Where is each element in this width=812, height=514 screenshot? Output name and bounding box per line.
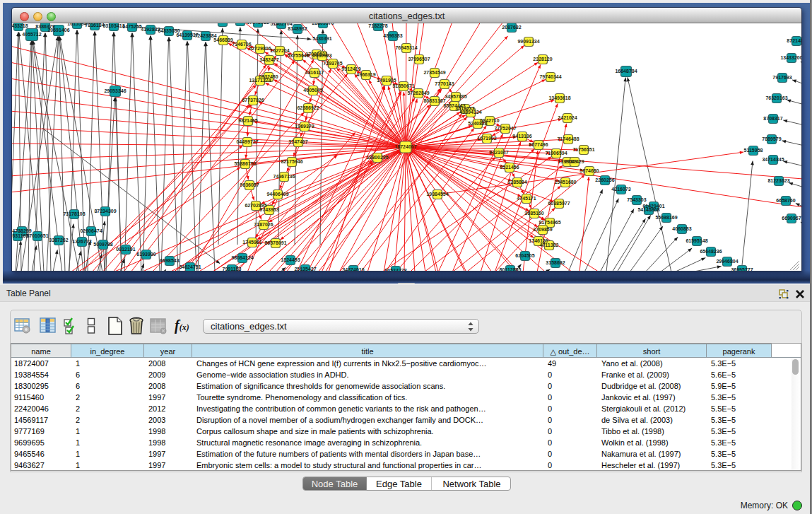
svg-text:6658760: 6658760 [776,198,795,203]
svg-text:7770143: 7770143 [435,81,454,86]
svg-text:67737826: 67737826 [242,98,264,103]
svg-text:71746488: 71746488 [557,136,579,141]
svg-text:61595148: 61595148 [686,238,707,243]
svg-text:7816184: 7816184 [85,23,104,28]
svg-text:76945314: 76945314 [395,45,417,50]
svg-text:81223623: 81223623 [767,178,789,183]
svg-text:80831367: 80831367 [423,98,445,103]
svg-text:74367136: 74367136 [273,174,295,179]
svg-text:65648236: 65648236 [700,249,722,254]
svg-text:0330923: 0330923 [312,53,331,58]
svg-text:51850671: 51850671 [392,83,414,88]
svg-text:8721489: 8721489 [787,38,801,43]
svg-text:4966319: 4966319 [356,72,375,77]
svg-text:60385977: 60385977 [548,201,570,206]
svg-text:3158692: 3158692 [546,260,565,265]
svg-text:2087682: 2087682 [502,25,521,30]
svg-text:67010651: 67010651 [26,233,48,238]
svg-text:4216073: 4216073 [611,187,630,192]
svg-text:9743953: 9743953 [259,207,278,212]
svg-text:5430391: 5430391 [312,36,331,41]
svg-text:9821465: 9821465 [238,118,257,123]
svg-text:3482477: 3482477 [259,57,278,62]
svg-text:99091334: 99091334 [517,39,539,44]
svg-text:6690967: 6690967 [782,216,801,221]
svg-text:1824493: 1824493 [281,257,300,262]
svg-text:7991183: 7991183 [223,267,242,271]
svg-text:7543303: 7543303 [627,197,646,202]
svg-text:4896383: 4896383 [383,33,402,38]
svg-text:82175946: 82175946 [281,159,302,164]
svg-text:02606474: 02606474 [80,228,102,233]
svg-text:25135427: 25135427 [294,267,316,271]
svg-text:5674680: 5674680 [579,168,599,173]
svg-text:4745171: 4745171 [517,196,536,201]
svg-text:93103413: 93103413 [102,23,124,28]
svg-text:96532871: 96532871 [211,23,233,24]
svg-text:79740344: 79740344 [539,74,561,79]
svg-text:18724007: 18724007 [394,144,416,149]
svg-text:04499727: 04499727 [236,139,258,144]
svg-text:4060883: 4060883 [672,226,691,231]
svg-text:5115958: 5115958 [744,148,763,153]
svg-text:3685160: 3685160 [524,211,543,216]
svg-text:00524278: 00524278 [384,268,406,271]
svg-text:7193745: 7193745 [323,61,342,66]
svg-text:7182278: 7182278 [368,23,387,28]
svg-text:55698169: 55698169 [655,215,677,220]
svg-text:1627204: 1627204 [270,48,289,53]
svg-text:5009788: 5009788 [93,242,112,247]
svg-text:4005045: 4005045 [303,88,322,93]
svg-text:01429401: 01429401 [642,204,664,209]
svg-text:1615594: 1615594 [67,23,86,26]
svg-text:37996507: 37996507 [408,57,430,62]
svg-text:13171274: 13171274 [249,78,271,83]
svg-text:4055712: 4055712 [22,32,41,37]
svg-text:0842710: 0842710 [480,118,499,123]
svg-text:2421024: 2421024 [558,115,577,120]
svg-text:62386922: 62386922 [297,105,319,110]
svg-text:4738299: 4738299 [12,228,31,233]
svg-text:8677496: 8677496 [529,142,548,147]
svg-text:2328120: 2328120 [533,57,552,62]
svg-text:7917693: 7917693 [772,75,792,80]
svg-text:18300295: 18300295 [366,155,388,160]
svg-text:4316117: 4316117 [305,70,324,75]
svg-text:3387262: 3387262 [49,238,68,243]
svg-text:15451680: 15451680 [554,180,576,185]
svg-text:73178108: 73178108 [63,211,85,216]
svg-text:81754965: 81754965 [539,220,560,225]
svg-text:34957885: 34957885 [445,94,466,99]
svg-text:49894134: 49894134 [459,110,481,115]
svg-text:57262849: 57262849 [407,90,429,95]
svg-text:9912419: 9912419 [341,66,360,71]
svg-text:1491905: 1491905 [377,78,396,83]
svg-text:27354549: 27354549 [423,70,445,75]
svg-text:3285884: 3285884 [507,180,526,185]
svg-text:16648784: 16648784 [615,69,637,74]
svg-text:34714345: 34714345 [762,157,784,162]
svg-text:0433218: 0433218 [12,23,28,28]
svg-text:29946804: 29946804 [716,259,738,264]
svg-text:8148932: 8148932 [288,26,307,31]
svg-text:71906594: 71906594 [545,151,567,156]
svg-text:76320163: 76320163 [765,95,787,100]
svg-text:1969379: 1969379 [295,124,314,129]
svg-text:13493618: 13493618 [548,95,570,100]
svg-text:3709859: 3709859 [533,227,552,232]
svg-text:6204505: 6204505 [515,253,534,258]
svg-text:4711382: 4711382 [540,243,559,247]
svg-text:6998543: 6998543 [160,258,179,263]
svg-text:87234309: 87234309 [94,209,116,214]
svg-text:62729806: 62729806 [249,46,271,51]
svg-text:9421047: 9421047 [489,150,508,155]
svg-text:28809570: 28809570 [312,23,334,25]
svg-text:2260256: 2260256 [595,177,614,182]
svg-text:36995777: 36995777 [731,267,753,271]
svg-text:7187026: 7187026 [254,222,273,227]
svg-text:6193990: 6193990 [136,252,155,257]
svg-text:1671902: 1671902 [477,136,496,141]
svg-text:71756551: 71756551 [572,147,594,152]
svg-text:86578091: 86578091 [264,240,286,245]
svg-text:34624751: 34624751 [179,264,201,269]
